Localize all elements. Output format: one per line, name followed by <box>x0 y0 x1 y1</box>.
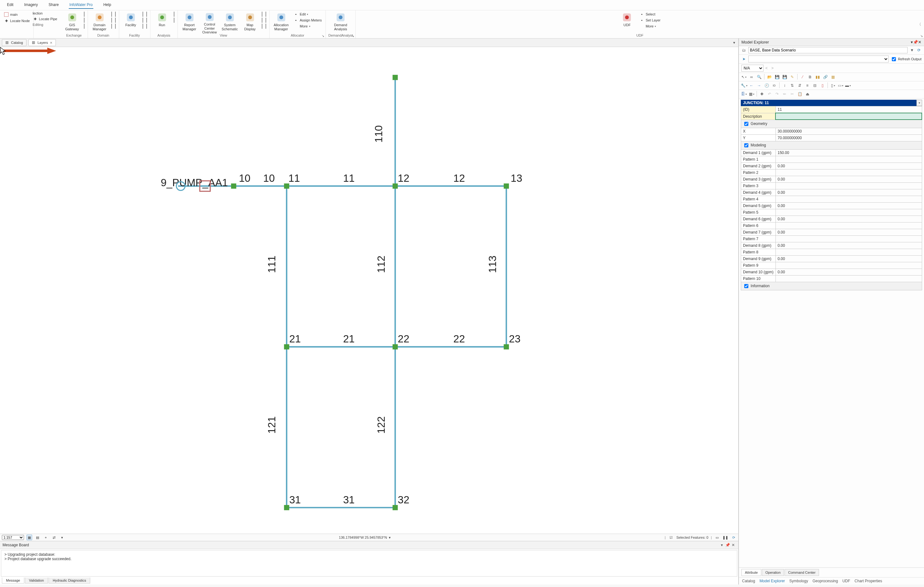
ribbon-btn-facility[interactable]: Facility <box>122 11 140 32</box>
prop-group-geometry[interactable]: Geometry <box>741 120 922 128</box>
menu-imagery[interactable]: Imagery <box>24 1 38 9</box>
prop-value[interactable] <box>776 249 922 256</box>
close-icon[interactable]: ✕ <box>731 542 736 547</box>
clock-icon[interactable]: 🕘 <box>764 83 770 89</box>
prop-value[interactable] <box>776 183 922 189</box>
ribbon-btn-gis-gateway[interactable]: GISGateway <box>63 11 81 32</box>
t-icon-8[interactable]: ▭ <box>837 83 843 89</box>
ribbon-small-facility-1[interactable] <box>142 18 143 22</box>
prop-value[interactable]: 0.00 <box>776 269 922 276</box>
dialog-launcher-icon[interactable]: ↘ <box>920 34 923 38</box>
prop-group-information[interactable]: Information <box>741 282 922 290</box>
prop-value[interactable]: 30.000000000 <box>776 128 922 135</box>
pause-icon[interactable]: ❚❚ <box>723 535 728 540</box>
refresh-icon[interactable]: ⟳ <box>731 535 736 540</box>
t-icon-6[interactable]: ▯ <box>819 83 826 89</box>
t-icon-5[interactable]: ⊟ <box>812 83 818 89</box>
menu-infowater-pro[interactable]: InfoWater Pro <box>69 1 93 9</box>
paste-icon[interactable]: 📋 <box>797 91 803 97</box>
prop-value[interactable] <box>776 156 922 163</box>
link-icon[interactable]: ∞ <box>748 74 755 80</box>
menu-help[interactable]: Help <box>103 1 112 9</box>
wrench-icon[interactable]: 🔧 <box>741 83 747 89</box>
pin-icon[interactable]: 📌 <box>725 542 730 547</box>
ribbon-small-view-1[interactable] <box>262 18 262 22</box>
prop-value[interactable] <box>776 209 922 216</box>
ribbon-small-view-5[interactable] <box>266 24 266 28</box>
pin2-icon[interactable]: ⏏ <box>804 91 810 97</box>
pointer-icon[interactable]: ↖ <box>741 74 747 80</box>
ribbon-small-view-2[interactable] <box>262 24 262 28</box>
ribbon-btn-selection-trunc[interactable]: lection <box>31 11 44 15</box>
msg-tab-message[interactable]: Message <box>2 577 24 584</box>
output-select[interactable] <box>748 56 889 63</box>
ribbon-small-domain-0[interactable] <box>111 12 112 17</box>
scenario-refresh-icon[interactable]: ⟳ <box>916 48 921 53</box>
prop-value[interactable] <box>776 169 922 176</box>
grid-icon[interactable]: ▦ <box>748 91 755 97</box>
undo-icon[interactable]: ↶ <box>766 91 773 97</box>
ribbon-small-facility-3[interactable] <box>146 12 147 17</box>
ribbon-small-exchange-0[interactable] <box>84 12 84 17</box>
cut-icon[interactable]: ✂ <box>789 91 795 97</box>
id-icon[interactable]: ID <box>771 83 777 89</box>
ribbon-small-domain-2[interactable] <box>111 24 112 28</box>
tabs-overflow-button[interactable]: ▾ <box>732 40 736 45</box>
prop-value[interactable] <box>776 223 922 229</box>
ribbon-small-analysis-0[interactable] <box>174 12 174 17</box>
prop-value[interactable]: 150.00 <box>776 150 922 156</box>
prop-value[interactable]: 0.00 <box>776 229 922 236</box>
ribbon-btn-assign-meters[interactable]: ▪Assign Meters <box>292 17 323 23</box>
ribbon-btn-domain-trunc[interactable]: main <box>3 12 19 17</box>
ribbon-btn-run[interactable]: Run <box>153 11 171 32</box>
explorer-tab-attribute[interactable]: Attribute <box>741 569 761 576</box>
refresh-output-checkbox[interactable]: Refresh Output <box>891 56 921 62</box>
ribbon-btn-more[interactable]: More ▾ <box>638 23 662 29</box>
na-select[interactable]: N/A <box>741 65 764 72</box>
t-icon-4[interactable]: ≡ <box>804 83 810 89</box>
snap-icon[interactable]: ⌖ <box>43 535 49 540</box>
ribbon-small-facility-4[interactable] <box>146 18 147 22</box>
ribbon-small-view-4[interactable] <box>266 18 266 22</box>
ribbon-btn-domain-manager[interactable]: DomainManager <box>91 11 109 32</box>
ribbon-small-domain-3[interactable] <box>115 12 116 17</box>
arrow-right-icon[interactable]: → <box>756 83 762 89</box>
zoom-icon[interactable]: 🔍 <box>756 74 762 80</box>
panel-tab-symbology[interactable]: Symbology <box>789 579 808 583</box>
tab-layers[interactable]: ▥Layers✕ <box>28 39 56 46</box>
edit-icon[interactable]: ✎ <box>789 74 795 80</box>
ribbon-small-exchange-1[interactable] <box>84 18 84 22</box>
prop-value[interactable]: 0.00 <box>776 242 922 249</box>
prop-value[interactable]: 0.00 <box>776 216 922 223</box>
tab-catalog[interactable]: ▥Catalog <box>2 39 26 46</box>
ribbon-btn-control-center-overview[interactable]: ControlCenter Overview <box>201 11 219 32</box>
t-icon-1[interactable]: ↕ <box>782 83 788 89</box>
scenario-input[interactable] <box>748 47 908 53</box>
ribbon-btn-edit[interactable]: ▪Edit ▾ <box>292 12 323 17</box>
prop-value[interactable] <box>776 262 922 269</box>
ribbon-small-facility-0[interactable] <box>142 12 143 17</box>
explorer-tab-command-center[interactable]: Command Center <box>785 569 819 576</box>
selected-element-input[interactable] <box>741 100 916 106</box>
scale-select[interactable]: 1:157 <box>2 535 24 540</box>
explorer-tab-operation[interactable]: Operation <box>762 569 784 576</box>
ribbon-small-domain-4[interactable] <box>115 18 116 22</box>
prop-value[interactable]: 0.00 <box>776 163 922 169</box>
ribbon-btn-set-layer[interactable]: ▪Set Layer <box>638 17 662 23</box>
ribbon-small-domain-5[interactable] <box>115 24 116 28</box>
ribbon-btn-locate-node[interactable]: ✚Locate Node <box>3 18 31 24</box>
prop-value[interactable]: 11 <box>776 106 922 113</box>
panel-dropdown-icon[interactable]: ▾ <box>911 40 913 45</box>
dd-icon[interactable]: ▾ <box>59 535 65 540</box>
page-icon[interactable]: 🗎 <box>807 74 813 80</box>
ribbon-small-analysis-1[interactable] <box>174 18 174 22</box>
prop-value[interactable]: 0.00 <box>776 256 922 262</box>
ribbon-btn-demand-analysis[interactable]: DemandAnalysis <box>332 11 350 32</box>
ribbon-btn-udf[interactable]: UDF <box>618 11 636 32</box>
prop-group-modeling[interactable]: Modeling <box>741 141 922 150</box>
prop-value[interactable]: 70.000000000 <box>776 135 922 141</box>
grid-icon[interactable]: ▦ <box>26 535 32 540</box>
barchart-icon[interactable]: ▮▮ <box>815 74 821 80</box>
save-icon[interactable]: 💾 <box>774 74 780 80</box>
ribbon-small-view-0[interactable] <box>262 12 262 17</box>
